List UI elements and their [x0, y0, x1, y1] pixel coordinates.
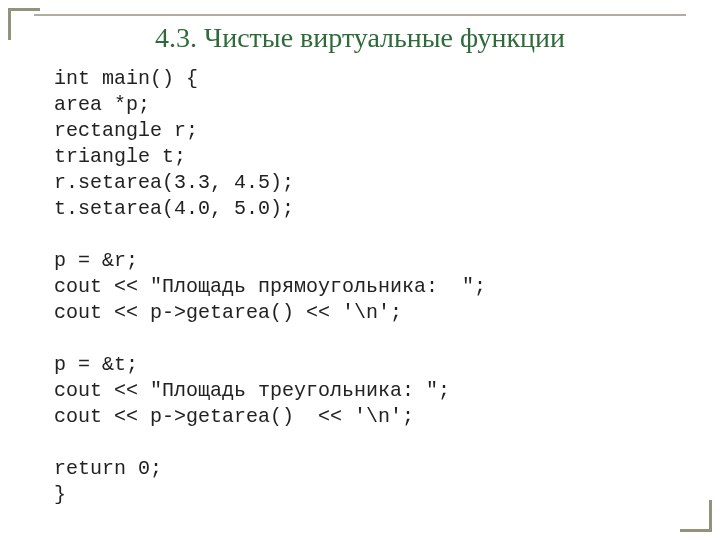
slide-title: 4.3. Чистые виртуальные функции — [0, 22, 720, 54]
horizontal-rule — [34, 14, 686, 16]
slide: 4.3. Чистые виртуальные функции int main… — [0, 0, 720, 540]
code-block: int main() { area *p; rectangle r; trian… — [54, 66, 486, 508]
corner-decoration-bottom-right — [680, 500, 712, 532]
